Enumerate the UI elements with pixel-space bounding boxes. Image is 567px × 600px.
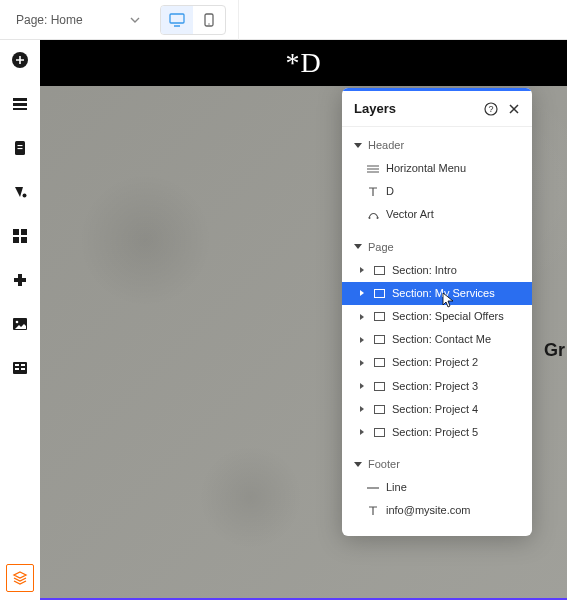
layer-label: Horizontal Menu xyxy=(386,162,466,175)
page-name: Home xyxy=(51,13,83,27)
text-icon xyxy=(366,187,380,197)
svg-point-24 xyxy=(368,217,370,219)
svg-point-10 xyxy=(23,194,27,198)
panel-title: Layers xyxy=(354,101,474,116)
svg-rect-13 xyxy=(13,237,19,243)
desktop-view-button[interactable] xyxy=(161,6,193,34)
layer-item-info-email[interactable]: info@mysite.com xyxy=(342,499,532,522)
group-footer[interactable]: Footer xyxy=(342,452,532,476)
section-icon xyxy=(372,358,386,367)
svg-rect-26 xyxy=(374,266,384,274)
sections-icon[interactable] xyxy=(8,92,32,116)
pages-icon[interactable] xyxy=(8,136,32,160)
group-footer-label: Footer xyxy=(368,458,400,470)
svg-rect-18 xyxy=(15,364,19,366)
section-icon xyxy=(372,405,386,414)
layer-item-line[interactable]: Line xyxy=(342,476,532,499)
layers-toggle-button[interactable] xyxy=(6,564,34,592)
cms-icon[interactable] xyxy=(8,356,32,380)
svg-rect-14 xyxy=(21,237,27,243)
plugins-icon[interactable] xyxy=(8,268,32,292)
svg-rect-0 xyxy=(170,14,184,23)
layer-item-section-my-services[interactable]: Section: My Services xyxy=(342,282,532,305)
layer-label: Section: Special Offers xyxy=(392,310,504,323)
section-icon xyxy=(372,266,386,275)
layer-label: Section: Project 5 xyxy=(392,426,478,439)
layer-item-d[interactable]: D xyxy=(342,180,532,203)
caret-down-icon xyxy=(354,462,362,467)
layer-label: Section: Project 4 xyxy=(392,403,478,416)
media-icon[interactable] xyxy=(8,312,32,336)
svg-rect-21 xyxy=(21,368,25,370)
mobile-view-button[interactable] xyxy=(193,6,225,34)
svg-rect-27 xyxy=(374,289,384,297)
caret-down-icon xyxy=(354,143,362,148)
caret-down-icon xyxy=(354,244,362,249)
layer-item-section-intro[interactable]: Section: Intro xyxy=(342,259,532,282)
vector-icon xyxy=(366,209,380,220)
caret-right-icon xyxy=(360,383,364,389)
line-icon xyxy=(366,486,380,490)
device-toggle xyxy=(160,5,226,35)
svg-rect-33 xyxy=(374,428,384,436)
help-icon[interactable]: ? xyxy=(484,102,498,116)
svg-rect-20 xyxy=(15,368,19,370)
layer-label: Section: Contact Me xyxy=(392,333,491,346)
site-logo-text: *D xyxy=(285,47,321,79)
layer-item-section-contact-me[interactable]: Section: Contact Me xyxy=(342,328,532,351)
svg-rect-12 xyxy=(21,229,27,235)
close-icon[interactable] xyxy=(508,103,520,115)
section-icon xyxy=(372,428,386,437)
layer-item-horizontal-menu[interactable]: Horizontal Menu xyxy=(342,157,532,180)
chevron-down-icon xyxy=(130,15,140,25)
caret-right-icon xyxy=(360,290,364,296)
caret-right-icon xyxy=(360,429,364,435)
layer-item-section-project-5[interactable]: Section: Project 5 xyxy=(342,421,532,444)
svg-rect-4 xyxy=(13,98,27,101)
svg-text:?: ? xyxy=(488,104,493,114)
svg-point-25 xyxy=(376,217,378,219)
page-label-prefix: Page: xyxy=(16,13,47,27)
toolbar-divider xyxy=(238,0,239,40)
add-icon[interactable] xyxy=(8,48,32,72)
layer-label: D xyxy=(386,185,394,198)
svg-rect-28 xyxy=(374,313,384,321)
section-icon xyxy=(372,312,386,321)
caret-right-icon xyxy=(360,267,364,273)
svg-rect-6 xyxy=(13,108,27,110)
layer-label: Vector Art xyxy=(386,208,434,221)
layers-panel: Layers ? Header Horizontal Menu D Vector… xyxy=(342,88,532,536)
caret-right-icon xyxy=(360,314,364,320)
layer-item-section-special-offers[interactable]: Section: Special Offers xyxy=(342,305,532,328)
layer-item-section-project-4[interactable]: Section: Project 4 xyxy=(342,398,532,421)
group-page[interactable]: Page xyxy=(342,235,532,259)
svg-rect-19 xyxy=(21,364,25,366)
text-icon xyxy=(366,506,380,516)
layer-label: Section: Intro xyxy=(392,264,457,277)
group-header[interactable]: Header xyxy=(342,133,532,157)
theme-icon[interactable] xyxy=(8,180,32,204)
group-header-label: Header xyxy=(368,139,404,151)
layer-label: Section: Project 2 xyxy=(392,356,478,369)
caret-right-icon xyxy=(360,360,364,366)
svg-rect-29 xyxy=(374,336,384,344)
apps-icon[interactable] xyxy=(8,224,32,248)
section-icon xyxy=(372,289,386,298)
caret-right-icon xyxy=(360,406,364,412)
left-tool-rail xyxy=(0,40,40,600)
svg-rect-11 xyxy=(13,229,19,235)
svg-point-16 xyxy=(16,321,19,324)
layer-label: Section: My Services xyxy=(392,287,495,300)
site-header-preview: *D xyxy=(40,40,567,86)
section-icon xyxy=(372,335,386,344)
layer-item-section-project-2[interactable]: Section: Project 2 xyxy=(342,351,532,374)
panel-header: Layers ? xyxy=(342,91,532,127)
layer-label: info@mysite.com xyxy=(386,504,471,517)
section-icon xyxy=(372,382,386,391)
svg-rect-32 xyxy=(374,405,384,413)
layer-item-section-project-3[interactable]: Section: Project 3 xyxy=(342,375,532,398)
svg-rect-30 xyxy=(374,359,384,367)
svg-rect-8 xyxy=(18,145,23,146)
layer-item-vector-art[interactable]: Vector Art xyxy=(342,203,532,226)
page-selector[interactable]: Page: Home xyxy=(8,9,148,31)
